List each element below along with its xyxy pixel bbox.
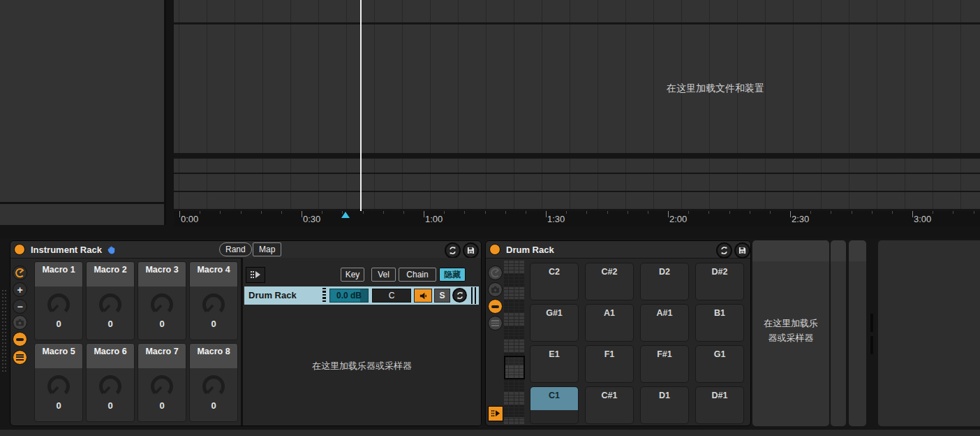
macro-value: 0 xyxy=(35,400,82,411)
clip-detail-empty-area xyxy=(0,0,164,204)
macro-value: 0 xyxy=(87,400,134,411)
track-lane-divider xyxy=(174,173,980,174)
show-chain-list-icon[interactable] xyxy=(488,316,503,330)
device-view-drag-handle[interactable] xyxy=(870,314,873,354)
chain-solo-button[interactable]: S xyxy=(434,289,450,303)
auto-select-button[interactable] xyxy=(246,267,265,283)
drum-pad[interactable]: D#2 xyxy=(695,263,744,300)
drum-pad[interactable]: F#1 xyxy=(640,345,689,383)
track-lane-divider xyxy=(174,22,980,24)
macro-knob[interactable] xyxy=(198,289,229,320)
ruler-minor-ticks xyxy=(174,211,980,214)
key-zone-tab[interactable]: Key xyxy=(341,268,364,282)
show-macro-controls-icon[interactable] xyxy=(13,266,27,280)
drum-pad[interactable]: G#1 xyxy=(530,304,579,342)
auto-select-button[interactable] xyxy=(488,406,503,421)
macro-value: 0 xyxy=(190,319,237,329)
device-view: Instrument Rack Rand Map + − xyxy=(0,238,980,436)
pad-device-drop-hint: 在这里加载乐器或采样器 xyxy=(762,316,820,346)
time-label: 2:00 xyxy=(669,214,687,224)
drum-pad[interactable]: D1 xyxy=(640,386,689,424)
device-title: Instrument Rack xyxy=(31,245,102,255)
macro-2[interactable]: Macro 2 0 xyxy=(86,261,135,340)
macro-knob[interactable] xyxy=(43,371,74,402)
drum-pad[interactable]: D2 xyxy=(640,263,689,300)
drum-rack-titlebar[interactable]: Drum Rack xyxy=(486,241,750,259)
instrument-rack-end-bracket xyxy=(849,240,866,426)
drum-pad[interactable]: A#1 xyxy=(640,304,689,342)
drum-pad[interactable]: A1 xyxy=(585,304,634,342)
track-lane-divider xyxy=(174,191,980,192)
macro-1[interactable]: Macro 1 0 xyxy=(34,261,83,340)
chain-name[interactable]: Drum Rack xyxy=(248,290,297,300)
macro-name: Macro 1 xyxy=(35,262,82,286)
time-label: 2:30 xyxy=(792,214,809,224)
pad-overview-viewport[interactable] xyxy=(504,356,525,379)
add-macro-icon[interactable]: + xyxy=(13,282,27,297)
drum-pad[interactable]: B1 xyxy=(695,304,744,342)
clip-detail-panel xyxy=(0,0,166,225)
macro-knob[interactable] xyxy=(147,371,177,402)
drum-pad[interactable]: C2 xyxy=(530,263,579,300)
chain-volume-slider[interactable]: 0.0 dB xyxy=(329,289,369,303)
arrangement-view[interactable]: 在这里加载文件和装置 0:00 0:30 1:00 1:30 2:00 2:30… xyxy=(174,0,980,226)
show-devices-icon[interactable] xyxy=(13,332,27,347)
chain-activator-speaker-icon[interactable] xyxy=(414,289,432,303)
macro-6[interactable]: Macro 6 0 xyxy=(86,343,135,422)
chain-hot-swap-icon[interactable] xyxy=(452,288,467,303)
save-preset-icon[interactable] xyxy=(734,242,750,259)
macro-4[interactable]: Macro 4 0 xyxy=(189,261,238,340)
pad-overview[interactable] xyxy=(504,261,525,424)
track-lane-divider xyxy=(174,153,980,159)
vel-zone-tab[interactable]: Vel xyxy=(371,268,396,282)
map-button[interactable]: Map xyxy=(253,242,281,256)
device-activator-led[interactable] xyxy=(489,244,500,255)
device-drop-area[interactable] xyxy=(878,240,980,426)
drum-pad-selected[interactable]: C1 xyxy=(530,386,579,424)
time-label: 1:00 xyxy=(425,214,443,224)
insert-marker-icon[interactable] xyxy=(341,212,350,218)
device-view-scroll-handle[interactable] xyxy=(1,290,7,372)
macro-value: 0 xyxy=(138,319,186,329)
chain-row-drum-rack[interactable]: Drum Rack 0.0 dB C S xyxy=(244,286,479,305)
macro-knob[interactable] xyxy=(95,371,126,402)
status-bar xyxy=(0,430,980,436)
device-activator-led[interactable] xyxy=(14,244,25,255)
macro-7[interactable]: Macro 7 0 xyxy=(138,343,186,422)
macro-name: Macro 4 xyxy=(190,262,237,286)
remove-macro-icon[interactable]: − xyxy=(13,299,27,314)
show-devices-icon[interactable] xyxy=(488,299,503,314)
macro-knob[interactable] xyxy=(198,371,229,402)
hot-swap-icon[interactable] xyxy=(716,242,732,259)
instrument-rack-titlebar[interactable]: Instrument Rack Rand Map xyxy=(10,241,481,259)
macro-variations-icon[interactable] xyxy=(13,315,27,330)
hide-editor-button[interactable]: 隐藏 xyxy=(439,268,466,282)
chain-output-meter xyxy=(471,287,477,304)
chain-zone-tab[interactable]: Chain xyxy=(399,268,436,282)
chain-list-panel: Key Vel Chain 隐藏 Drum Rack 0.0 dB C S xyxy=(241,258,481,426)
playhead xyxy=(360,0,362,211)
macro-variations-icon[interactable] xyxy=(488,282,503,297)
show-macro-controls-icon[interactable] xyxy=(488,266,503,280)
drum-pad[interactable]: C#1 xyxy=(585,386,634,424)
drum-pad[interactable]: F1 xyxy=(585,345,634,383)
show-chain-list-icon[interactable] xyxy=(13,350,27,365)
hot-swap-icon[interactable] xyxy=(445,242,461,259)
drum-pad[interactable]: D#1 xyxy=(695,386,744,424)
pad-device-drop-area[interactable]: 在这里加载乐器或采样器 xyxy=(752,240,829,426)
save-preset-icon[interactable] xyxy=(463,242,479,259)
macro-3[interactable]: Macro 3 0 xyxy=(138,261,186,340)
time-ruler[interactable]: 0:00 0:30 1:00 1:30 2:00 2:30 3:00 xyxy=(174,211,980,226)
drum-pad[interactable]: G1 xyxy=(695,345,744,383)
macro-knob[interactable] xyxy=(95,289,126,320)
macro-knob[interactable] xyxy=(43,289,74,320)
chain-device-drop-hint: 在这里加载乐器或采样器 xyxy=(243,360,481,372)
drum-pad[interactable]: E1 xyxy=(530,345,579,383)
macro-knob[interactable] xyxy=(147,289,177,320)
arrangement-track-lanes[interactable]: 在这里加载文件和装置 xyxy=(174,0,980,211)
rand-button[interactable]: Rand xyxy=(219,242,252,256)
chain-pan-knob[interactable]: C xyxy=(372,289,411,303)
drum-pad[interactable]: C#2 xyxy=(585,263,634,300)
macro-8[interactable]: Macro 8 0 xyxy=(189,343,238,422)
macro-5[interactable]: Macro 5 0 xyxy=(34,343,83,422)
